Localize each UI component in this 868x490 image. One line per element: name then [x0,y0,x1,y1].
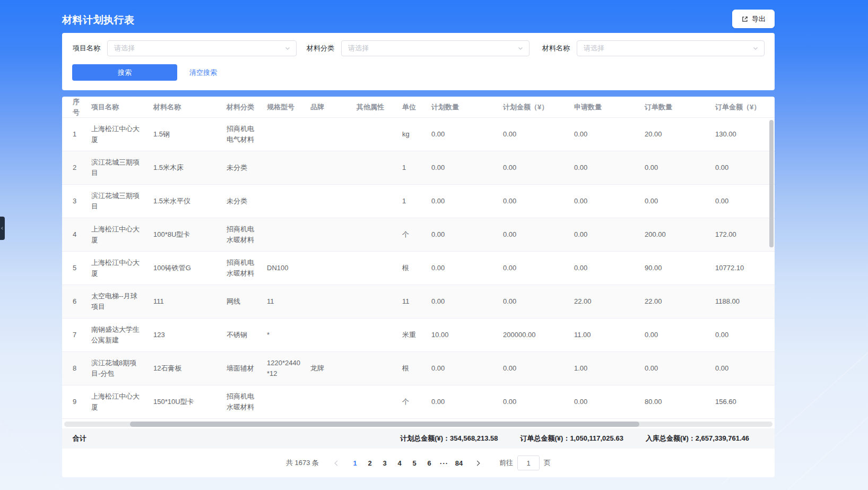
table-cell: 8 [73,363,91,374]
table-row: 2滨江花城三期项目1.5米木床未分类10.000.000.000.000.00 [62,151,775,185]
page-numbers: 123456···84 [348,455,466,470]
clear-search-link[interactable]: 清空搜索 [189,68,217,78]
page-number-button[interactable]: 1 [348,455,362,470]
table-cell: 未分类 [227,162,267,173]
table-cell: 网线 [227,296,267,307]
table-cell: 招商机电水暖材料 [227,391,267,412]
table-cell: 滨江花城三期项目 [91,191,153,212]
table-cell: 0.00 [503,397,574,407]
table-cell: 0.00 [431,129,503,140]
table-cell: 上海松江中心大厦 [91,257,153,279]
table-cell: 100铸铁管G [153,263,227,273]
table-cell: 0.00 [574,397,645,407]
export-button[interactable]: 导出 [732,10,775,28]
table-cell: 100*8U型卡 [153,229,227,240]
table-cell: * [267,330,310,340]
page-title: 材料计划执行表 [62,13,135,27]
table-cell: 1.5米木床 [153,162,227,173]
project-select[interactable]: 请选择 [107,40,297,56]
table-cell: 0.00 [431,196,503,207]
search-button[interactable]: 搜索 [72,64,177,81]
column-header: 品牌 [310,102,357,113]
column-header: 序号 [73,97,91,118]
table-cell: 0.00 [574,229,645,240]
chevron-down-icon [284,45,291,51]
pagination-ellipsis[interactable]: ··· [437,455,452,470]
table-cell: 招商机电水暖材料 [227,224,267,245]
chevron-left-icon [334,460,340,466]
table-cell: 10772.10 [715,263,772,273]
table-cell: 0.00 [503,162,574,173]
filter-material: 材料名称 请选择 [542,40,765,56]
table-cell: 123 [153,330,227,340]
table-cell: 9 [73,397,91,407]
table-row: 1上海松江中心大厦1.5钢招商机电电气材料kg0.000.000.0020.00… [62,118,775,151]
table-cell: 172.00 [715,229,772,240]
material-select[interactable]: 请选择 [577,40,765,56]
search-panel: 项目名称 请选择 材料分类 请选择 材料名称 请选择 搜索 清空搜索 [62,33,775,90]
goto-label: 前往 [499,458,513,468]
chevron-down-icon [752,45,759,51]
table-cell: 80.00 [645,397,715,407]
project-label: 项目名称 [73,44,100,53]
table-cell: 龙牌 [310,363,357,374]
table-cell: 未分类 [227,196,267,207]
drawer-toggle[interactable] [0,217,5,240]
column-header: 申请数量 [574,102,645,113]
table-cell: 5 [73,263,91,273]
prev-page-button[interactable] [329,455,344,470]
goto-page-group: 前往 页 [499,455,551,470]
summary-bar: 合计 计划总金额(¥)：354,568,213.58 订单总金额(¥)：1,05… [62,428,775,449]
table-cell: DN100 [267,263,310,273]
table-cell: 0.00 [431,397,503,407]
table-cell: 22.00 [645,296,715,307]
total-count: 共 1673 条 [286,458,319,468]
table-cell: 0.00 [645,196,715,207]
column-header: 规格型号 [267,102,310,113]
table-cell: 1188.00 [715,296,772,307]
table-cell: 招商机电水暖材料 [227,257,267,279]
table-row: 9上海松江中心大厦150*10U型卡招商机电水暖材料个0.000.000.008… [62,385,775,419]
material-label: 材料名称 [542,44,570,53]
table-cell: 150*10U型卡 [153,397,227,407]
page-number-button[interactable]: 4 [392,455,407,470]
table-cell: 0.00 [715,162,772,173]
horizontal-scrollbar-track[interactable] [64,422,772,427]
table-cell: 0.00 [715,363,772,374]
column-header: 计划数量 [431,102,503,113]
column-header: 计划金额（¥） [503,102,574,113]
table-cell: 0.00 [431,162,503,173]
table-cell: 156.60 [715,397,772,407]
table-cell: 0.00 [431,229,503,240]
page-number-button[interactable]: 84 [452,455,466,470]
column-header: 材料分类 [227,102,267,113]
project-placeholder: 请选择 [114,44,135,53]
table-cell: 滨江花城三期项目 [91,157,153,178]
material-placeholder: 请选择 [584,44,604,53]
page-number-button[interactable]: 5 [407,455,422,470]
column-header: 订单金额（¥） [715,102,772,113]
inbound-total: 入库总金额(¥)：2,657,339,761.46 [646,434,749,443]
table-cell: 1.00 [574,363,645,374]
page-number-button[interactable]: 2 [362,455,377,470]
page-number-button[interactable]: 3 [377,455,392,470]
table-cell: 6 [73,296,91,307]
table-cell: 12石膏板 [153,363,227,374]
chevron-right-icon [474,460,480,466]
filter-project: 项目名称 请选择 [73,40,297,56]
table-cell: 0.00 [431,296,503,307]
chevron-left-icon [1,227,4,230]
table-cell: 11 [402,296,431,307]
column-header: 单位 [402,102,431,113]
horizontal-scrollbar-thumb[interactable] [130,422,639,427]
filter-category: 材料分类 请选择 [307,40,530,56]
table-cell: 3 [73,196,91,207]
goto-page-input[interactable] [517,455,540,470]
table-cell: kg [402,129,431,140]
column-header: 其他属性 [357,102,402,113]
page-number-button[interactable]: 6 [422,455,437,470]
vertical-scrollbar[interactable] [769,120,774,247]
table-cell: 200000.00 [503,330,574,340]
next-page-button[interactable] [470,455,484,470]
category-select[interactable]: 请选择 [341,40,530,56]
